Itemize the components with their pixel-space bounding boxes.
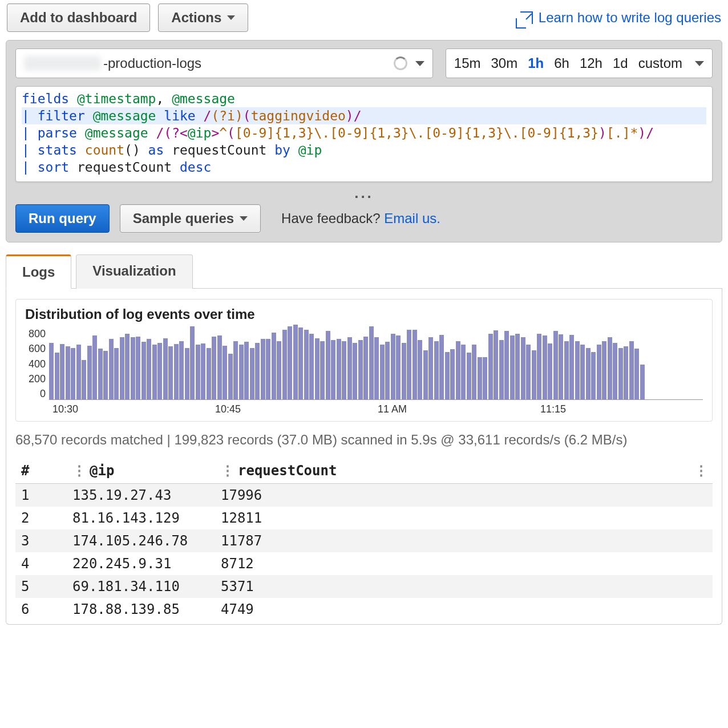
chart-bar — [60, 344, 64, 399]
run-query-button[interactable]: Run query — [15, 204, 110, 233]
scan-summary: 68,570 records matched | 199,823 records… — [15, 430, 713, 450]
chart-bar — [98, 349, 103, 399]
table-row[interactable]: 6178.88.139.854749 — [15, 598, 713, 621]
time-opt-6h[interactable]: 6h — [554, 55, 569, 71]
chevron-down-icon — [227, 15, 235, 20]
chart-bar — [494, 330, 498, 399]
chart-bar — [467, 353, 471, 399]
chart-bar — [315, 338, 319, 399]
chart-bar — [602, 341, 606, 399]
tab-logs[interactable]: Logs — [6, 254, 71, 289]
chart-bar — [445, 352, 450, 399]
kebab-icon[interactable]: ⋮ — [694, 463, 707, 479]
chart-bar — [428, 337, 433, 399]
table-row[interactable]: 4220.245.9.318712 — [15, 552, 713, 575]
chart-bar — [103, 351, 108, 399]
chart-bar — [472, 345, 476, 399]
results-panel: Distribution of log events over time 800… — [6, 289, 722, 625]
chart-bar — [250, 348, 254, 399]
chart-bar — [548, 343, 552, 399]
chart-bar — [87, 346, 92, 399]
chart-bar — [483, 357, 487, 399]
time-opt-30m[interactable]: 30m — [491, 55, 517, 71]
chart-bar — [207, 348, 211, 399]
table-row[interactable]: 569.181.34.1105371 — [15, 575, 713, 598]
chart-bar — [223, 346, 227, 399]
chart-bar — [272, 333, 276, 399]
chart-bar — [92, 335, 97, 399]
feedback-link[interactable]: Email us. — [384, 211, 440, 226]
log-group-suffix: -production-logs — [103, 55, 201, 71]
editor-line[interactable]: | parse @message /(?<@ip>^([0-9]{1,3}\.[… — [22, 124, 706, 141]
chart-bar — [190, 326, 195, 399]
chart-bar — [358, 340, 363, 399]
chart-bar — [185, 348, 189, 399]
chart-bar — [591, 352, 596, 399]
external-link-icon — [520, 11, 533, 24]
chart-bar — [586, 348, 591, 399]
editor-resize-handle[interactable]: ... — [15, 184, 713, 202]
chart-bar — [396, 335, 401, 399]
time-opt-1h[interactable]: 1h — [528, 55, 544, 71]
chart-bar — [613, 343, 617, 399]
time-opt-1d[interactable]: 1d — [613, 55, 628, 71]
chart-bars — [49, 327, 703, 400]
chart-bar — [66, 346, 70, 399]
chart-bar — [510, 335, 515, 399]
chart-bar — [407, 330, 411, 399]
chart-bar — [266, 339, 270, 399]
chart-bar — [504, 331, 509, 399]
col-ip[interactable]: ⋮@ip — [67, 458, 215, 484]
chart-bar — [131, 337, 135, 399]
sample-queries-button[interactable]: Sample queries — [120, 204, 261, 233]
chart-bar — [369, 326, 374, 399]
editor-line[interactable]: | sort requestCount desc — [22, 159, 706, 176]
chart-bar — [640, 365, 645, 399]
learn-link[interactable]: Learn how to write log queries — [520, 10, 721, 26]
chart-bar — [217, 335, 222, 399]
chart-bar — [82, 360, 86, 399]
query-editor[interactable]: fields @timestamp, @message| filter @mes… — [15, 86, 713, 182]
log-group-select[interactable]: -production-logs — [15, 48, 433, 78]
chart-bar — [196, 345, 200, 399]
chart-bar — [423, 350, 428, 399]
chart-bar — [363, 337, 368, 399]
col-count[interactable]: ⋮requestCount⋮ — [215, 458, 713, 484]
editor-line[interactable]: | filter @message like /(?i)(taggingvide… — [22, 107, 706, 124]
distribution-chart: Distribution of log events over time 800… — [15, 299, 713, 422]
chart-bar — [347, 337, 352, 399]
grip-icon: ⋮ — [221, 463, 233, 479]
actions-button[interactable]: Actions — [158, 3, 248, 32]
chevron-down-icon — [695, 61, 704, 66]
add-to-dashboard-button[interactable]: Add to dashboard — [7, 3, 150, 32]
chart-bar — [412, 330, 417, 399]
chart-bar — [141, 342, 146, 399]
col-number[interactable]: # — [15, 458, 67, 484]
results-table: # ⋮@ip ⋮requestCount⋮ 1135.19.27.4317996… — [15, 458, 713, 621]
time-opt-15m[interactable]: 15m — [454, 55, 481, 71]
chart-bar — [342, 341, 346, 399]
chart-bar — [391, 334, 395, 399]
chart-bar — [293, 325, 298, 399]
chart-bar — [569, 335, 574, 399]
chart-bar — [157, 343, 162, 399]
table-row[interactable]: 1135.19.27.4317996 — [15, 484, 713, 507]
time-opt-custom[interactable]: custom — [638, 55, 682, 71]
chart-bar — [304, 330, 309, 399]
table-row[interactable]: 281.16.143.12912811 — [15, 507, 713, 529]
tab-visualization[interactable]: Visualization — [76, 254, 192, 289]
editor-line[interactable]: fields @timestamp, @message — [22, 90, 706, 107]
chart-bar — [553, 331, 558, 399]
chevron-down-icon — [415, 61, 424, 66]
time-range-picker[interactable]: 15m30m1h6h12h1dcustom — [446, 48, 713, 78]
chart-y-axis: 8006004002000 — [25, 327, 49, 400]
chart-bar — [277, 341, 281, 399]
editor-line[interactable]: | stats count() as requestCount by @ip — [22, 141, 706, 159]
chart-bar — [456, 341, 460, 399]
chart-bar — [152, 345, 157, 399]
table-row[interactable]: 3174.105.246.7811787 — [15, 529, 713, 552]
chart-bar — [120, 337, 124, 399]
time-opt-12h[interactable]: 12h — [580, 55, 602, 71]
chart-bar — [201, 343, 205, 399]
chart-bar — [320, 341, 325, 399]
